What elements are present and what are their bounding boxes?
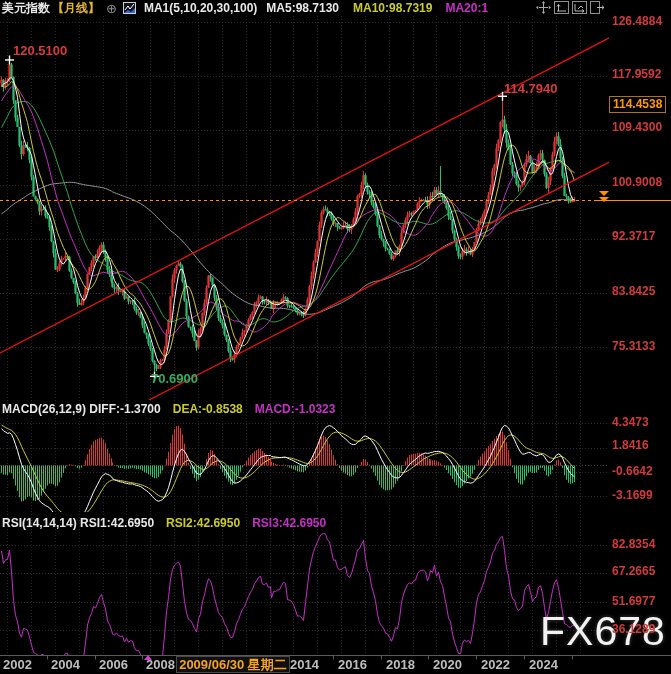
x-axis-year: 2018 (386, 657, 415, 672)
high-annotation-2002: 120.5100 (13, 43, 67, 58)
ma5-value: MA5:98.7130 (266, 1, 339, 15)
period-label: 【月线】 (52, 0, 100, 17)
macd-axis-label: -3.1699 (612, 488, 670, 502)
x-axis-year: 2022 (481, 657, 510, 672)
rsi-header: RSI(14,14,14) RSI1:42.6950 RSI2:42.6950 … (2, 516, 326, 530)
cursor-position-caret (144, 655, 152, 660)
macd-axis-label: -0.6642 (612, 464, 670, 478)
macd-title: MACD(26,12,9) DIFF:-1.3700 (2, 402, 161, 416)
macd-axis-label: 1.8416 (612, 438, 670, 452)
chart-toolbar (536, 1, 605, 14)
rsi-title: RSI(14,14,14) RSI1:42.6950 (2, 516, 154, 530)
symbol-name: 美元指数 (2, 0, 50, 17)
high-annotation-2022: 114.7940 (504, 81, 558, 96)
price-axis-label: 126.4884 (612, 14, 670, 28)
x-axis-year: 2020 (433, 657, 462, 672)
price-axis-label: 83.8425 (612, 284, 670, 298)
marked-price-badge: 114.4538 (609, 96, 666, 113)
x-axis-year: 2006 (99, 657, 128, 672)
pan-tool-icon[interactable] (536, 1, 551, 14)
detach-window-icon[interactable] (590, 1, 605, 14)
x-axis-adjust-icon[interactable] (572, 1, 587, 14)
chart-header: 美元指数 【月线】 ⊕ MA1(5,10,20,30,100) MA5:98.7… (2, 1, 488, 15)
chart-type-icon[interactable] (123, 2, 136, 14)
x-axis-year: 2014 (290, 657, 319, 672)
macd-axis-label: 4.3473 (612, 415, 670, 429)
x-axis-year: 2016 (338, 657, 367, 672)
macd-value: MACD:-1.0323 (255, 402, 336, 416)
low-annotation-2008: 70.6900 (151, 371, 198, 386)
price-axis-label: 109.4300 (612, 120, 670, 134)
price-axis-label: 92.3717 (612, 229, 670, 243)
rsi-axis-label: 51.6977 (612, 594, 670, 608)
x-axis-year: 2024 (529, 657, 558, 672)
macd-dea-value: DEA:-0.8538 (173, 402, 243, 416)
rsi-axis-label: 67.2665 (612, 564, 670, 578)
cursor-date-label: 2009/06/30 星期二 (176, 656, 290, 673)
ma10-value: MA10:98.7319 (353, 1, 432, 15)
ma20-value: MA20:1 (445, 1, 488, 15)
price-axis-label: 75.3133 (612, 339, 670, 353)
price-chart-canvas[interactable] (0, 0, 671, 674)
y-axis-adjust-icon[interactable] (554, 1, 569, 14)
chart-window: FX678 美元指数 【月线】 ⊕ MA1(5,10,20,30,100) MA… (0, 0, 671, 674)
ma-settings-label: MA1(5,10,20,30,100) (144, 1, 257, 15)
add-indicator-icon[interactable]: ⊕ (106, 2, 117, 15)
rsi2-value: RSI2:42.6950 (166, 516, 240, 530)
rsi-axis-label: 36.1289 (612, 622, 670, 636)
macd-header: MACD(26,12,9) DIFF:-1.3700 DEA:-0.8538 M… (2, 402, 335, 416)
rsi3-value: RSI3:42.6950 (252, 516, 326, 530)
price-axis-label: 117.9592 (612, 67, 670, 81)
rsi-axis-label: 82.8354 (612, 537, 670, 551)
x-axis-year: 2002 (3, 657, 32, 672)
x-axis-year: 2004 (51, 657, 80, 672)
price-axis-label: 100.9008 (612, 175, 670, 189)
